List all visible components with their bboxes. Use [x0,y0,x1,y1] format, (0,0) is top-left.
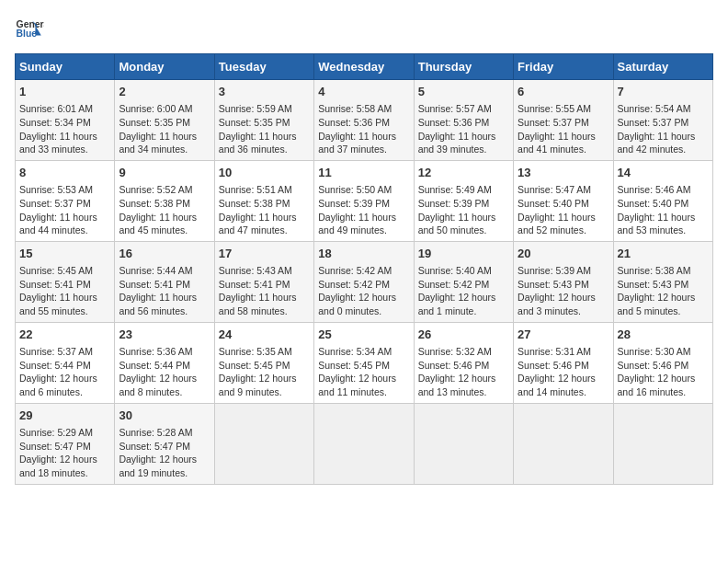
day-number: 1 [19,84,110,100]
calendar-cell: 5Sunrise: 5:57 AMSunset: 5:36 PMDaylight… [414,80,513,161]
sunrise-time: Sunrise: 5:32 AM [418,345,509,359]
sunrise-time: Sunrise: 5:59 AM [219,102,310,116]
day-number: 24 [219,327,310,343]
calendar-cell: 1Sunrise: 6:01 AMSunset: 5:34 PMDaylight… [16,80,115,161]
sunrise-time: Sunrise: 5:30 AM [618,345,709,359]
sunset-time: Sunset: 5:39 PM [318,197,409,211]
daylight-hours: Daylight: 11 hours and 53 minutes. [618,211,709,237]
sunset-time: Sunset: 5:47 PM [119,440,210,454]
header: General Blue [15,15,713,44]
sunrise-time: Sunrise: 5:58 AM [318,102,409,116]
sunset-time: Sunset: 5:35 PM [219,116,310,130]
daylight-hours: Daylight: 11 hours and 55 minutes. [19,291,110,317]
calendar-cell [414,403,513,484]
calendar-cell: 19Sunrise: 5:40 AMSunset: 5:42 PMDayligh… [414,241,513,322]
day-number: 8 [19,165,110,181]
calendar-cell: 9Sunrise: 5:52 AMSunset: 5:38 PMDaylight… [115,160,214,241]
day-number: 2 [119,84,210,100]
calendar-cell: 22Sunrise: 5:37 AMSunset: 5:44 PMDayligh… [16,322,115,403]
calendar-cell: 18Sunrise: 5:42 AMSunset: 5:42 PMDayligh… [314,241,414,322]
day-number: 17 [219,246,310,262]
sunset-time: Sunset: 5:41 PM [219,278,310,292]
calendar-cell [514,403,613,484]
daylight-hours: Daylight: 12 hours and 11 minutes. [318,372,409,398]
daylight-hours: Daylight: 12 hours and 6 minutes. [19,372,110,398]
svg-text:Blue: Blue [17,29,38,39]
sunrise-time: Sunrise: 5:44 AM [119,264,210,278]
day-number: 27 [518,327,609,343]
sunset-time: Sunset: 5:43 PM [518,278,609,292]
daylight-hours: Daylight: 12 hours and 9 minutes. [219,372,310,398]
sunrise-time: Sunrise: 5:39 AM [518,264,609,278]
day-number: 26 [418,327,509,343]
daylight-hours: Daylight: 12 hours and 18 minutes. [19,453,110,479]
daylight-hours: Daylight: 11 hours and 52 minutes. [518,211,609,237]
daylight-hours: Daylight: 12 hours and 16 minutes. [618,372,709,398]
sunrise-time: Sunrise: 6:01 AM [19,102,110,116]
day-number: 5 [418,84,509,100]
day-number: 21 [618,246,709,262]
day-number: 30 [119,408,210,424]
sunset-time: Sunset: 5:39 PM [418,197,509,211]
day-header-tuesday: Tuesday [214,54,313,80]
sunset-time: Sunset: 5:37 PM [618,116,709,130]
sunset-time: Sunset: 5:41 PM [119,278,210,292]
daylight-hours: Daylight: 12 hours and 19 minutes. [119,453,210,479]
calendar-cell: 23Sunrise: 5:36 AMSunset: 5:44 PMDayligh… [115,322,214,403]
logo-icon: General Blue [15,15,44,44]
calendar-table: SundayMondayTuesdayWednesdayThursdayFrid… [15,53,713,485]
sunrise-time: Sunrise: 5:45 AM [19,264,110,278]
sunset-time: Sunset: 5:36 PM [318,116,409,130]
sunset-time: Sunset: 5:44 PM [119,359,210,373]
calendar-cell: 11Sunrise: 5:50 AMSunset: 5:39 PMDayligh… [314,160,414,241]
calendar-cell: 8Sunrise: 5:53 AMSunset: 5:37 PMDaylight… [16,160,115,241]
daylight-hours: Daylight: 12 hours and 3 minutes. [518,291,609,317]
sunset-time: Sunset: 5:46 PM [518,359,609,373]
day-number: 10 [219,165,310,181]
daylight-hours: Daylight: 11 hours and 36 minutes. [219,130,310,156]
day-number: 22 [19,327,110,343]
day-number: 14 [618,165,709,181]
week-row-3: 15Sunrise: 5:45 AMSunset: 5:41 PMDayligh… [16,241,713,322]
day-number: 20 [518,246,609,262]
week-row-5: 29Sunrise: 5:29 AMSunset: 5:47 PMDayligh… [16,403,713,484]
day-number: 6 [518,84,609,100]
sunrise-time: Sunrise: 5:57 AM [418,102,509,116]
sunrise-time: Sunrise: 6:00 AM [119,102,210,116]
daylight-hours: Daylight: 11 hours and 50 minutes. [418,211,509,237]
daylight-hours: Daylight: 12 hours and 13 minutes. [418,372,509,398]
daylight-hours: Daylight: 11 hours and 47 minutes. [219,211,310,237]
daylight-hours: Daylight: 11 hours and 56 minutes. [119,291,210,317]
daylight-hours: Daylight: 11 hours and 33 minutes. [19,130,110,156]
sunset-time: Sunset: 5:47 PM [19,440,110,454]
sunset-time: Sunset: 5:40 PM [618,197,709,211]
daylight-hours: Daylight: 11 hours and 45 minutes. [119,211,210,237]
day-number: 23 [119,327,210,343]
day-header-saturday: Saturday [613,54,712,80]
sunset-time: Sunset: 5:35 PM [119,116,210,130]
day-header-sunday: Sunday [16,54,115,80]
calendar-cell: 17Sunrise: 5:43 AMSunset: 5:41 PMDayligh… [214,241,313,322]
daylight-hours: Daylight: 11 hours and 37 minutes. [318,130,409,156]
calendar-cell [314,403,414,484]
day-number: 9 [119,165,210,181]
calendar-cell: 6Sunrise: 5:55 AMSunset: 5:37 PMDaylight… [514,80,613,161]
sunrise-time: Sunrise: 5:37 AM [19,345,110,359]
day-number: 4 [318,84,409,100]
sunrise-time: Sunrise: 5:42 AM [318,264,409,278]
day-number: 29 [19,408,110,424]
day-number: 25 [318,327,409,343]
day-header-wednesday: Wednesday [314,54,414,80]
sunset-time: Sunset: 5:45 PM [318,359,409,373]
daylight-hours: Daylight: 11 hours and 41 minutes. [518,130,609,156]
daylight-hours: Daylight: 12 hours and 8 minutes. [119,372,210,398]
calendar-cell: 28Sunrise: 5:30 AMSunset: 5:46 PMDayligh… [613,322,712,403]
sunrise-time: Sunrise: 5:29 AM [19,426,110,440]
sunrise-time: Sunrise: 5:40 AM [418,264,509,278]
week-row-4: 22Sunrise: 5:37 AMSunset: 5:44 PMDayligh… [16,322,713,403]
sunset-time: Sunset: 5:42 PM [318,278,409,292]
calendar-cell: 20Sunrise: 5:39 AMSunset: 5:43 PMDayligh… [514,241,613,322]
calendar-cell: 30Sunrise: 5:28 AMSunset: 5:47 PMDayligh… [115,403,214,484]
sunset-time: Sunset: 5:42 PM [418,278,509,292]
sunrise-time: Sunrise: 5:28 AM [119,426,210,440]
